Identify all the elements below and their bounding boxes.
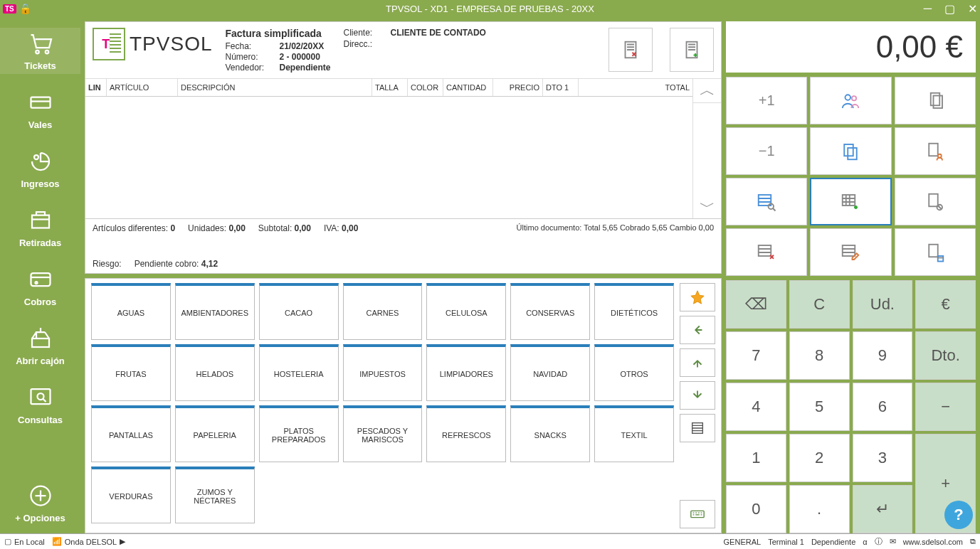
key-units[interactable]: Ud.	[853, 280, 913, 329]
invoice-type: Factura simplificada	[225, 28, 330, 39]
nav-back-button[interactable]	[680, 316, 715, 344]
key-clear[interactable]: C	[789, 280, 850, 329]
category-tile[interactable]: PANTALLAS	[91, 405, 171, 462]
category-tile[interactable]: OTROS	[594, 344, 674, 401]
key-enter[interactable]: ↵	[853, 485, 913, 533]
qty-plus-button[interactable]: +1	[726, 77, 807, 124]
col-total: TOTAL	[579, 79, 692, 96]
receipt-user-button[interactable]	[895, 127, 976, 175]
col-articulo: ARTÍCULO	[107, 79, 178, 96]
sidebar-item-opciones[interactable]: + Opciones	[0, 480, 80, 526]
info-icon[interactable]: ⓘ	[875, 536, 882, 547]
sidebar-item-consultas[interactable]: Consultas	[0, 382, 80, 428]
sidebar-label: Consultas	[18, 415, 63, 425]
scroll-up-button[interactable]: ︿	[693, 79, 721, 103]
category-tile[interactable]: VERDURAS	[91, 467, 171, 523]
delete-line-button[interactable]	[726, 228, 807, 276]
key-5[interactable]: 5	[789, 383, 850, 431]
nav-up-button[interactable]	[680, 348, 715, 377]
customer-button[interactable]	[810, 77, 891, 124]
status-local: ▢ En Local	[4, 537, 45, 546]
qty-minus-button[interactable]: −1	[726, 127, 807, 175]
scroll-down-button[interactable]: ﹀	[693, 196, 721, 219]
key-1[interactable]: 1	[726, 434, 786, 482]
category-tile[interactable]: SNACKS	[510, 405, 590, 462]
key-0[interactable]: 0	[726, 485, 786, 533]
key-7[interactable]: 7	[726, 331, 786, 380]
key-6[interactable]: 6	[853, 383, 913, 431]
category-tile[interactable]: CONSERVAS	[510, 283, 590, 340]
key-dot[interactable]: .	[789, 485, 850, 533]
label-numero: Número:	[225, 52, 275, 62]
last-document-info: Último documento: Total 5,65 Cobrado 5,6…	[517, 223, 714, 232]
key-3[interactable]: 3	[853, 434, 913, 482]
category-tile[interactable]: AMBIENTADORES	[175, 283, 255, 340]
save-receipt-button[interactable]	[895, 228, 976, 276]
category-tile[interactable]: PESCADOS Y MARISCOS	[343, 405, 423, 462]
col-lin: LIN	[85, 79, 107, 96]
sidebar-item-abrir-cajon[interactable]: Abrir cajón	[0, 323, 80, 369]
list-view-button[interactable]	[680, 414, 715, 442]
edit-line-button[interactable]	[810, 228, 891, 276]
delete-ticket-button[interactable]	[608, 28, 653, 72]
keyboard-button[interactable]	[680, 500, 715, 528]
copy-ticket-button[interactable]	[895, 77, 976, 124]
category-tile[interactable]: REFRESCOS	[426, 405, 506, 462]
close-button[interactable]: ✕	[968, 2, 977, 16]
minimize-button[interactable]: ─	[924, 2, 932, 16]
label-direcc: Direcc.:	[344, 39, 386, 49]
svg-rect-14	[691, 511, 704, 517]
alpha-icon[interactable]: α	[863, 538, 867, 546]
duplicate-button[interactable]	[810, 127, 891, 175]
category-tile[interactable]: HELADOS	[175, 344, 255, 401]
key-euro[interactable]: €	[915, 280, 976, 329]
external-icon[interactable]: ⧉	[970, 537, 976, 546]
sidebar-item-vales[interactable]: Vales	[0, 87, 80, 133]
block-receipt-button[interactable]	[895, 178, 976, 225]
sidebar-item-retiradas[interactable]: Retiradas	[0, 205, 80, 251]
key-9[interactable]: 9	[853, 331, 913, 380]
sidebar-item-cobros[interactable]: Cobros	[0, 264, 80, 310]
nav-down-button[interactable]	[680, 381, 715, 410]
ticket-summary: Artículos diferentes: 0 Unidades: 0,00 S…	[85, 218, 721, 273]
table-body[interactable]	[85, 97, 692, 218]
sidebar-item-ingresos[interactable]: Ingresos	[0, 146, 80, 192]
category-tile[interactable]: PAPELERIA	[175, 405, 255, 462]
new-ticket-button[interactable]	[670, 28, 714, 72]
col-dto: DTO 1	[543, 79, 579, 96]
category-tile[interactable]: CELULOSA	[426, 283, 506, 340]
status-url[interactable]: www.sdelsol.com	[903, 538, 963, 546]
status-onda[interactable]: 📶 Onda DELSOL ▶	[52, 537, 125, 546]
category-tile[interactable]: LIMPIADORES	[426, 344, 506, 401]
favorites-button[interactable]	[680, 283, 715, 311]
sidebar-label: + Opciones	[15, 513, 65, 523]
category-tile[interactable]: DIETÉTICOS	[594, 283, 674, 340]
mail-icon[interactable]: ✉	[890, 537, 896, 546]
category-tile[interactable]: CARNES	[343, 283, 423, 340]
category-tile[interactable]: HOSTELERIA	[259, 344, 339, 401]
category-tile[interactable]: CACAO	[259, 283, 339, 340]
search-list-button[interactable]	[726, 178, 807, 225]
maximize-button[interactable]: ▢	[944, 2, 955, 16]
key-discount[interactable]: Dto.	[915, 331, 976, 380]
add-line-button[interactable]	[810, 178, 891, 225]
value-subtotal: 0,00	[295, 223, 311, 233]
category-tile[interactable]: ZUMOS Y NÉCTARES	[175, 467, 255, 523]
category-tile[interactable]: NAVIDAD	[510, 344, 590, 401]
key-minus[interactable]: −	[915, 383, 976, 431]
app-logo: Ts TPVSOL	[93, 28, 212, 60]
category-tile[interactable]: PLATOS PREPARADOS	[259, 405, 339, 462]
category-tile[interactable]: FRUTAS	[91, 344, 171, 401]
window-title: TPVSOL - XD1 - EMPRESA DE PRUEBAS - 20XX	[386, 4, 594, 14]
sidebar-item-tickets[interactable]: Tickets	[0, 28, 80, 74]
key-2[interactable]: 2	[789, 434, 850, 482]
category-tile[interactable]: TEXTIL	[594, 405, 674, 462]
key-4[interactable]: 4	[726, 383, 786, 431]
table-header: LIN ARTÍCULO DESCRIPCIÓN TALLA COLOR CAN…	[85, 79, 692, 97]
help-button[interactable]: ?	[944, 501, 973, 529]
category-tile[interactable]: IMPUESTOS	[343, 344, 423, 401]
svg-rect-25	[843, 195, 855, 206]
key-8[interactable]: 8	[789, 331, 850, 380]
category-tile[interactable]: AGUAS	[91, 283, 171, 340]
key-backspace[interactable]: ⌫	[726, 280, 786, 329]
